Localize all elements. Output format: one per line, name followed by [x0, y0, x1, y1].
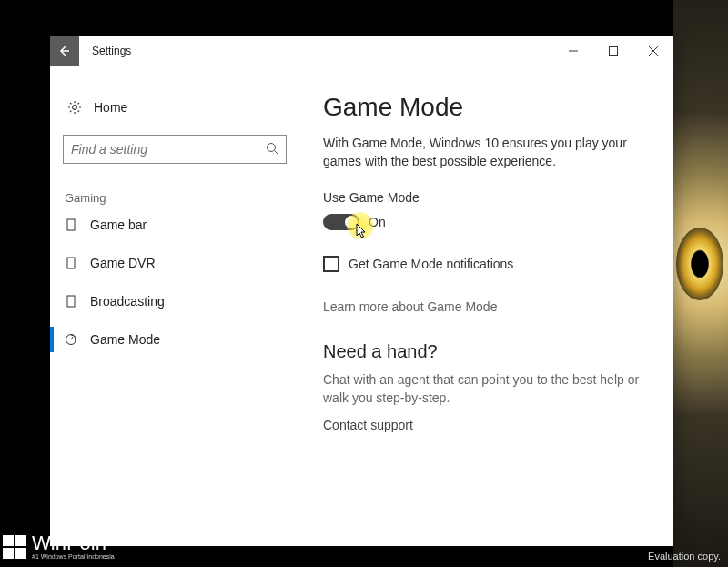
- watermark-brand: WinPoin: [32, 533, 115, 553]
- watermark-logo-icon: [3, 535, 26, 559]
- sidebar-item-broadcasting[interactable]: Broadcasting: [63, 283, 314, 319]
- svg-rect-8: [67, 258, 75, 268]
- close-icon: [649, 46, 658, 56]
- toggle-knob: [345, 216, 358, 228]
- sidebar: Home Gaming Game bar Game DVR Broadcasti…: [50, 93, 314, 546]
- broadcasting-icon: [63, 295, 79, 308]
- sidebar-item-label: Broadcasting: [90, 294, 165, 309]
- gear-icon: [66, 100, 83, 115]
- game-mode-toggle[interactable]: [323, 214, 359, 230]
- game-dvr-icon: [63, 257, 79, 269]
- wallpaper-owl-eye: [676, 228, 723, 300]
- window-title: Settings: [92, 45, 131, 57]
- svg-rect-9: [67, 296, 75, 307]
- toggle-label: Use Game Mode: [323, 190, 655, 205]
- search-input[interactable]: [71, 142, 266, 157]
- help-description: Chat with an agent that can point you to…: [323, 371, 651, 407]
- search-box[interactable]: [63, 135, 287, 164]
- watermark-subtitle: #1 Windows Portal Indonesia: [32, 553, 115, 560]
- toggle-state: On: [369, 215, 386, 229]
- contact-support-link[interactable]: Contact support: [323, 418, 655, 432]
- main-panel: Game Mode With Game Mode, Windows 10 ens…: [314, 93, 673, 546]
- home-label: Home: [94, 100, 127, 115]
- arrow-left-icon: [58, 45, 71, 57]
- svg-point-5: [268, 143, 276, 151]
- minimize-button[interactable]: [553, 36, 593, 66]
- evaluation-watermark: Evaluation copy.: [648, 551, 721, 562]
- learn-more-link[interactable]: Learn more about Game Mode: [323, 299, 655, 314]
- sidebar-item-label: Game bar: [90, 218, 147, 232]
- settings-window: Settings Home Gaming: [50, 36, 673, 546]
- back-button[interactable]: [50, 36, 79, 66]
- svg-line-11: [71, 337, 73, 339]
- sidebar-item-game-mode[interactable]: Game Mode: [63, 321, 314, 358]
- titlebar: Settings: [50, 36, 673, 66]
- content-area: Home Gaming Game bar Game DVR Broadcasti…: [50, 66, 673, 546]
- maximize-button[interactable]: [593, 36, 633, 66]
- sidebar-group-header: Gaming: [63, 191, 314, 205]
- notifications-checkbox[interactable]: Get Game Mode notifications: [323, 256, 655, 272]
- close-button[interactable]: [633, 36, 673, 66]
- sidebar-item-game-bar[interactable]: Game bar: [63, 207, 314, 243]
- home-link[interactable]: Home: [63, 93, 314, 122]
- svg-rect-1: [610, 47, 618, 56]
- page-description: With Game Mode, Windows 10 ensures you p…: [323, 135, 655, 170]
- svg-point-4: [73, 106, 77, 110]
- checkbox-box: [323, 256, 339, 272]
- sidebar-item-label: Game DVR: [90, 256, 156, 270]
- toggle-row: On: [323, 214, 655, 230]
- watermark: WinPoin #1 Windows Portal Indonesia: [3, 533, 115, 560]
- svg-rect-7: [67, 219, 75, 230]
- sidebar-item-label: Game Mode: [90, 332, 160, 347]
- game-bar-icon: [63, 218, 79, 231]
- help-heading: Need a hand?: [323, 341, 655, 362]
- maximize-icon: [609, 46, 618, 56]
- svg-line-6: [275, 150, 278, 154]
- sidebar-item-game-dvr[interactable]: Game DVR: [63, 245, 314, 281]
- checkbox-label: Get Game Mode notifications: [349, 257, 513, 271]
- page-heading: Game Mode: [323, 93, 655, 122]
- minimize-icon: [569, 46, 578, 56]
- search-icon: [266, 142, 278, 157]
- game-mode-icon: [63, 333, 79, 346]
- desktop-wallpaper: [673, 0, 728, 567]
